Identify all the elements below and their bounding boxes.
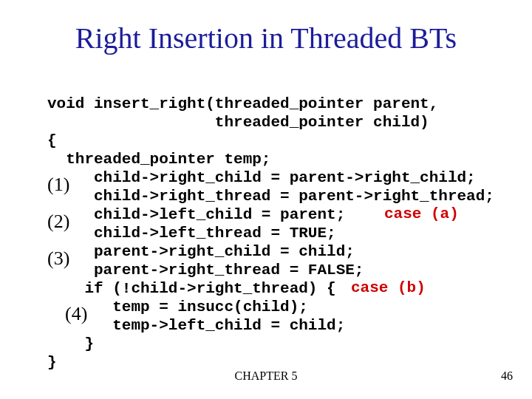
code-line-5: child->right_child = parent->right_child… [47, 169, 476, 186]
code-block: void insert_right(threaded_pointer paren… [47, 95, 526, 372]
annotation-2: (2) [47, 211, 69, 233]
code-line-3: { [47, 132, 57, 149]
footer-right-page: 46 [501, 369, 513, 383]
case-a-label: case (a) [384, 205, 459, 222]
code-line-14: } [47, 335, 94, 352]
code-line-9: parent->right_child = child; [47, 243, 355, 260]
code-line-15: } [47, 354, 57, 371]
code-line-1: void insert_right(threaded_pointer paren… [47, 95, 438, 112]
code-line-13: temp->left_child = child; [47, 317, 345, 334]
annotation-4: (4) [65, 303, 87, 325]
code-line-10: parent->right_thread = FALSE; [47, 262, 364, 279]
annotation-3: (3) [47, 248, 69, 270]
code-line-4: threaded_pointer temp; [47, 151, 270, 168]
footer-center: CHAPTER 5 [0, 369, 532, 383]
code-line-6: child->right_thread = parent->right_thre… [47, 188, 494, 205]
code-line-7: child->left_child = parent; [47, 206, 345, 223]
annotation-1: (1) [47, 174, 69, 196]
slide-title: Right Insertion in Threaded BTs [0, 21, 532, 55]
slide: Right Insertion in Threaded BTs void ins… [0, 0, 532, 399]
case-b-label: case (b) [351, 279, 426, 296]
code-line-2: threaded_pointer child) [47, 114, 429, 131]
code-line-11: if (!child->right_thread) { [47, 280, 336, 297]
code-line-8: child->left_thread = TRUE; [47, 225, 336, 242]
